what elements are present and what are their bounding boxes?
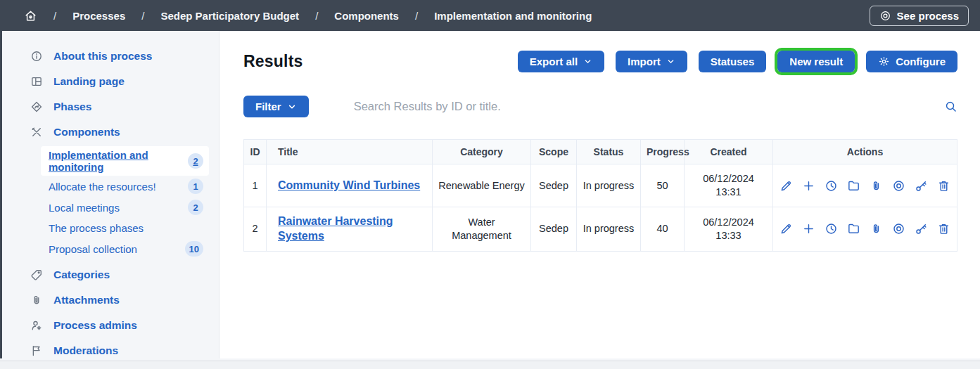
- attachments-action-button[interactable]: [870, 222, 883, 235]
- plus-icon: [802, 179, 815, 193]
- permissions-action-button[interactable]: [915, 222, 928, 235]
- flag-icon: [30, 344, 43, 357]
- timeline-action-button[interactable]: [825, 222, 838, 235]
- folder-icon: [847, 179, 860, 193]
- eye-circle-icon: [892, 179, 905, 193]
- eye-circle-icon: [879, 10, 891, 22]
- result-title-link[interactable]: Rainwater Harvesting Systems: [278, 215, 393, 242]
- sidebar-item-label: Process admins: [53, 319, 137, 332]
- clock-icon: [825, 222, 838, 235]
- folders-action-button[interactable]: [847, 222, 860, 235]
- result-progress: 40: [641, 207, 685, 252]
- edit-action-button[interactable]: [779, 179, 793, 193]
- sidebar-item-attachments[interactable]: Attachments: [2, 287, 219, 313]
- column-header-actions: Actions: [773, 140, 957, 164]
- edit-action-button[interactable]: [779, 222, 793, 235]
- tag-icon: [30, 268, 43, 281]
- tools-icon: [30, 126, 43, 138]
- key-icon: [915, 179, 928, 193]
- permissions-action-button[interactable]: [915, 179, 928, 193]
- new-action-button[interactable]: [802, 222, 815, 235]
- admin-page: / Processes / Sedep Participatory Budget…: [0, 0, 980, 369]
- sidebar-item-label: Landing page: [53, 75, 125, 88]
- sidebar-item-components[interactable]: Components: [2, 119, 219, 145]
- result-scope: Sedep: [531, 164, 577, 207]
- sidebar-item-phases[interactable]: Phases: [2, 94, 219, 119]
- preview-action-button[interactable]: [892, 179, 905, 193]
- info-icon: [30, 50, 43, 63]
- created-date: 06/12/2024: [690, 216, 767, 229]
- sidebar-subitem-proposal-collection[interactable]: Proposal collection 10: [41, 238, 209, 259]
- export-all-button[interactable]: Export all: [518, 51, 604, 72]
- sidebar-item-categories[interactable]: Categories: [2, 262, 219, 287]
- breadcrumb-separator: /: [141, 10, 144, 22]
- created-time: 13:33: [690, 229, 767, 242]
- sidebar-item-label: Categories: [53, 268, 110, 281]
- subitem-label: Proposal collection: [49, 243, 137, 255]
- breadcrumb-components[interactable]: Components: [334, 10, 399, 22]
- trash-icon: [937, 222, 950, 235]
- search-button[interactable]: [944, 100, 957, 113]
- result-title-link[interactable]: Community Wind Turbines: [278, 179, 420, 191]
- import-button[interactable]: Import: [616, 51, 687, 72]
- timeline-action-button[interactable]: [825, 179, 838, 193]
- delete-action-button[interactable]: [937, 222, 950, 235]
- result-created: 06/12/2024 13:33: [685, 207, 773, 252]
- folders-action-button[interactable]: [847, 179, 860, 193]
- folder-icon: [847, 222, 860, 235]
- subitem-label: Allocate the resources!: [49, 181, 156, 193]
- results-table: ID Title Category Scope Status Progress …: [243, 139, 957, 252]
- sidebar-subitem-the-process-phases[interactable]: The process phases: [41, 218, 209, 238]
- preview-action-button[interactable]: [892, 222, 905, 235]
- search-input[interactable]: [354, 100, 936, 113]
- result-id: 2: [244, 207, 267, 252]
- filter-button[interactable]: Filter: [243, 96, 309, 117]
- phases-icon: [30, 101, 43, 113]
- import-label: Import: [628, 56, 661, 67]
- column-header-progress: Progress: [641, 140, 685, 164]
- see-process-button[interactable]: See process: [870, 6, 969, 26]
- result-status: In progress: [577, 207, 641, 252]
- result-category: Renewable Energy: [433, 164, 531, 207]
- configure-button[interactable]: Configure: [866, 51, 957, 72]
- new-result-button[interactable]: New result: [777, 51, 855, 72]
- table-row: 2 Rainwater Harvesting Systems Water Man…: [244, 207, 957, 252]
- count-badge: 1: [188, 179, 203, 194]
- result-created: 06/12/2024 13:31: [685, 164, 773, 207]
- sidebar-subitem-allocate-the-resources[interactable]: Allocate the resources! 1: [41, 176, 209, 197]
- layout-icon: [30, 75, 43, 88]
- breadcrumb-processes[interactable]: Processes: [72, 10, 125, 22]
- gear-icon: [878, 56, 890, 67]
- result-id: 1: [244, 164, 267, 207]
- sidebar-item-process-admins[interactable]: Process admins: [2, 313, 219, 338]
- search-icon: [944, 100, 957, 113]
- sidebar-item-moderations[interactable]: Moderations: [2, 338, 219, 363]
- clock-icon: [825, 179, 838, 193]
- home-icon[interactable]: [24, 9, 37, 22]
- sidebar-subitem-implementation-and-monitoring[interactable]: Implementation and monitoring 2: [41, 146, 209, 176]
- chevron-down-icon: [287, 102, 297, 112]
- breadcrumb-sedep-participatory-budget[interactable]: Sedep Participatory Budget: [160, 10, 299, 22]
- configure-label: Configure: [896, 56, 946, 67]
- breadcrumb: / Processes / Sedep Participatory Budget…: [24, 9, 870, 22]
- breadcrumb-current-page: Implementation and monitoring: [434, 10, 592, 22]
- count-badge: 2: [188, 153, 203, 169]
- key-icon: [915, 222, 928, 235]
- eye-circle-icon: [892, 222, 905, 235]
- chevron-down-icon: [583, 57, 592, 66]
- sidebar-item-landing-page[interactable]: Landing page: [2, 69, 219, 94]
- table-row: 1 Community Wind Turbines Renewable Ener…: [244, 164, 957, 207]
- filter-search-row: Filter: [243, 96, 957, 117]
- see-process-label: See process: [897, 10, 959, 22]
- statuses-button[interactable]: Statuses: [699, 51, 767, 72]
- plus-icon: [802, 222, 815, 235]
- sidebar-item-about-this-process[interactable]: About this process: [2, 44, 219, 69]
- delete-action-button[interactable]: [937, 179, 950, 193]
- sidebar-subitem-local-meetings[interactable]: Local meetings 2: [41, 197, 209, 218]
- process-sidebar: About this process Landing page Phases C…: [0, 31, 219, 358]
- new-result-label: New result: [789, 56, 843, 67]
- pencil-icon: [779, 222, 793, 235]
- attachments-action-button[interactable]: [870, 179, 883, 193]
- new-action-button[interactable]: [802, 179, 815, 193]
- page-bottom-divider: [0, 361, 980, 369]
